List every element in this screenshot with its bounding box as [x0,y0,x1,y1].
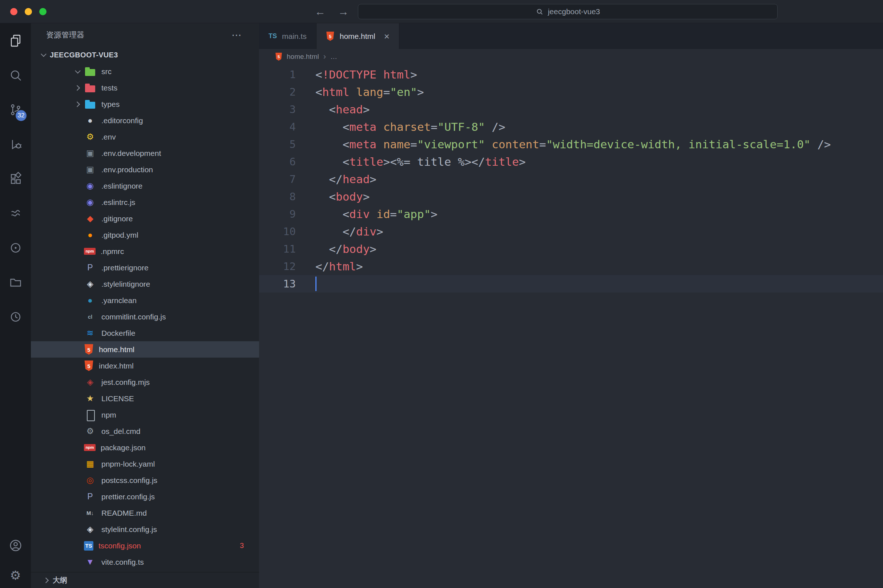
file-name: stylelint.config.js [101,525,157,534]
code-line-12[interactable]: 12</html> [259,258,883,275]
run-and-debug-icon[interactable] [0,127,31,161]
tree-item-LICENSE[interactable]: ★LICENSE [31,390,259,406]
code-token: /> [492,120,505,134]
project-root-row[interactable]: JEECGBOOT-VUE3 [31,46,259,63]
tree-item-.gitpod.yml[interactable]: ●.gitpod.yml [31,227,259,243]
line-number: 3 [259,103,296,116]
code-line-1[interactable]: 1<!DOCTYPE html> [259,66,883,83]
forward-button[interactable]: → [338,6,349,18]
tree-item-.env[interactable]: ⚙.env [31,129,259,145]
code-line-4[interactable]: 4 <meta charset="UTF-8" /> [259,118,883,135]
extensions-icon[interactable] [0,161,31,196]
code-line-8[interactable]: 8 <body> [259,188,883,206]
code-token: /> [817,138,831,151]
code-token [349,86,356,99]
maximize-window-button[interactable] [39,8,46,15]
tree-item-src[interactable]: src [31,63,259,80]
wave-extension-icon[interactable] [0,196,31,230]
tree-item-README.md[interactable]: M↓README.md [31,505,259,521]
tree-item-prettier.config.js[interactable]: Pprettier.config.js [31,488,259,505]
explorer-sidebar: 资源管理器 ⋯ JEECGBOOT-VUE3 srcteststypes●.ed… [31,23,259,588]
tree-item-jest.config.mjs[interactable]: ◈jest.config.mjs [31,374,259,390]
tree-item-package.json[interactable]: npmpackage.json [31,440,259,456]
code-token: = [390,207,397,220]
tree-item-.prettierignore[interactable]: P.prettierignore [31,260,259,276]
sidebar-more-actions-icon[interactable]: ⋯ [231,29,242,41]
code-line-2[interactable]: 2<html lang="en"> [259,83,883,100]
file-icon: ● [84,114,96,127]
code-line-7[interactable]: 7 </head> [259,171,883,188]
project-folder-icon[interactable] [0,265,31,300]
tab-main-ts[interactable]: TS main.ts [259,23,316,49]
code-line-13[interactable]: 13 [259,275,883,292]
tree-item-Dockerfile[interactable]: ≋Dockerfile [31,325,259,341]
code-token: "UTF-8" [438,120,485,134]
code-token: title [485,155,519,168]
code-token: </ [343,225,356,238]
tree-item-stylelint.config.js[interactable]: ◈stylelint.config.js [31,521,259,537]
tree-item-index.html[interactable]: 5index.html [31,358,259,374]
editor-group: TS main.ts 5 home.html × 5 home.html › …… [259,23,883,588]
command-center-search[interactable]: jeecgboot-vue3 [358,4,778,19]
tree-item-os_del.cmd[interactable]: ⚙os_del.cmd [31,423,259,440]
tree-item-.yarnclean[interactable]: ●.yarnclean [31,292,259,309]
settings-gear-icon[interactable]: ⚙ [0,562,31,588]
line-content: </html> [296,260,363,273]
code-area[interactable]: 1<!DOCTYPE html>2<html lang="en">3 <head… [259,64,883,588]
tree-item-.env.development[interactable]: ▣.env.development [31,145,259,161]
tree-item-.eslintrc.js[interactable]: ◉.eslintrc.js [31,194,259,210]
code-line-10[interactable]: 10 </div> [259,223,883,240]
tree-item-.editorconfig[interactable]: ●.editorconfig [31,112,259,129]
close-tab-icon[interactable]: × [384,32,390,41]
tree-item-tsconfig.json[interactable]: TStsconfig.json3 [31,537,259,554]
tree-item-.eslintignore[interactable]: ◉.eslintignore [31,178,259,194]
code-line-11[interactable]: 11 </body> [259,240,883,258]
tree-item-home.html[interactable]: 5home.html [31,341,259,358]
code-line-5[interactable]: 5 <meta name="viewport" content="width=d… [259,135,883,153]
code-token [315,138,343,151]
tree-item-tests[interactable]: tests [31,80,259,96]
chevron-spacer [72,131,84,143]
tree-item-.gitignore[interactable]: ◆.gitignore [31,210,259,227]
source-control-icon[interactable]: 32 [0,92,31,127]
tree-item-.env.production[interactable]: ▣.env.production [31,161,259,178]
tree-item-npm[interactable]: npm [31,406,259,423]
ring-extension-icon[interactable] [0,230,31,265]
tree-item-.npmrc[interactable]: npm.npmrc [31,243,259,260]
tab-home-html[interactable]: 5 home.html × [316,23,399,49]
tree-item-postcss.config.js[interactable]: ◎postcss.config.js [31,472,259,488]
code-line-3[interactable]: 3 <head> [259,100,883,118]
explorer-icon[interactable] [0,23,31,58]
account-icon[interactable] [0,528,31,562]
search-view-icon[interactable] [0,58,31,92]
tree-item-pnpm-lock.yaml[interactable]: ▦pnpm-lock.yaml [31,456,259,472]
wave-icon [9,206,22,220]
close-window-button[interactable] [10,8,18,15]
outline-section-header[interactable]: 大纲 [31,572,259,588]
breadcrumb-more[interactable]: … [330,53,337,61]
file-name: .prettierignore [101,264,148,272]
chevron-spacer [72,164,84,176]
back-button[interactable]: ← [315,6,325,18]
code-token: html [322,86,349,99]
minimize-window-button[interactable] [25,8,32,15]
breadcrumb-file[interactable]: home.html [287,53,319,61]
chevron-down-icon[interactable] [72,65,84,78]
chevron-right-icon[interactable] [72,82,84,94]
tree-item-vite.config.ts[interactable]: ▼vite.config.ts [31,554,259,570]
code-line-6[interactable]: 6 <title><%= title %></title> [259,153,883,171]
tree-item-.stylelintignore[interactable]: ◈.stylelintignore [31,276,259,292]
code-token: > [376,225,383,238]
chevron-spacer [72,147,84,159]
file-name: .gitpod.yml [101,231,138,240]
breadcrumb[interactable]: 5 home.html › … [259,49,883,64]
code-line-9[interactable]: 9 <div id="app"> [259,206,883,223]
tree-item-commitlint.config.js[interactable]: clcommitlint.config.js [31,309,259,325]
chevron-right-icon[interactable] [72,98,84,111]
timeline-history-icon[interactable] [0,300,31,334]
search-icon [536,8,544,16]
code-token: name [383,138,411,151]
file-icon: ▣ [84,164,96,176]
tree-item-types[interactable]: types [31,96,259,112]
code-token [315,207,343,220]
